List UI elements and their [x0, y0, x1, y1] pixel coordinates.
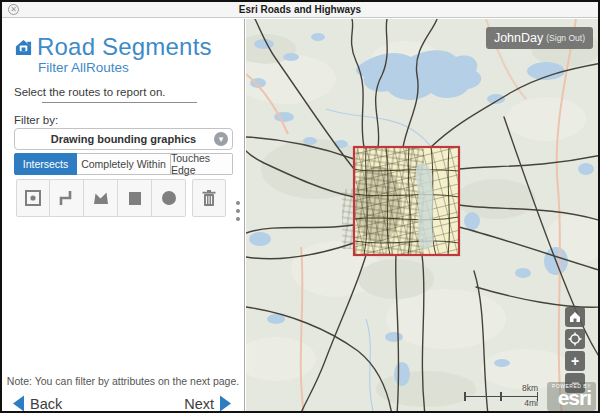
home-extent-button[interactable] — [565, 307, 585, 327]
panel-header: Road Segments — [14, 33, 212, 61]
filter-allroutes-link[interactable]: Filter AllRoutes — [38, 60, 129, 75]
filter-panel: Road Segments Filter AllRoutes Select th… — [2, 19, 245, 411]
instruction-text: Select the routes to report on. — [14, 86, 166, 98]
map-viewport[interactable]: JohnDay (Sign Out) + − — [246, 19, 598, 411]
esri-brand: esri — [558, 386, 591, 409]
panel-resize-handle[interactable] — [235, 197, 241, 225]
dropdown-value: Drawing bounding graphics — [51, 133, 196, 145]
rectangle-icon — [126, 189, 144, 207]
draw-polyline-button[interactable] — [50, 179, 84, 217]
basemap — [246, 19, 598, 411]
user-signout-button[interactable]: JohnDay (Sign Out) — [486, 27, 593, 49]
draw-circle-button[interactable] — [152, 179, 186, 217]
chevron-left-icon — [12, 395, 25, 412]
esri-logo: POWERED BY esri — [547, 382, 596, 411]
back-label: Back — [30, 396, 62, 412]
trash-icon — [200, 189, 218, 207]
user-name: JohnDay — [494, 31, 543, 45]
plus-icon: + — [571, 353, 579, 369]
scale-mi-label: 4mi — [524, 398, 538, 408]
locate-icon — [568, 332, 582, 346]
spatial-relation-tabs: Intersects Completely Within Touches Edg… — [14, 153, 233, 175]
filter-method-dropdown[interactable]: Drawing bounding graphics ▾ — [14, 128, 233, 150]
polyline-icon — [58, 189, 76, 207]
draw-polygon-button[interactable] — [84, 179, 118, 217]
title-bar: ✕ Esri Roads and Highways — [2, 2, 598, 18]
page-title: Road Segments — [37, 33, 212, 61]
locate-button[interactable] — [565, 329, 585, 349]
tab-completely-within[interactable]: Completely Within — [77, 153, 171, 175]
sign-out-label: (Sign Out) — [546, 33, 585, 43]
chevron-down-icon: ▾ — [214, 132, 228, 146]
point-icon — [24, 189, 42, 207]
zoom-in-button[interactable]: + — [565, 351, 585, 371]
home-icon — [569, 311, 581, 323]
polygon-icon — [92, 189, 110, 207]
app-window: ✕ Esri Roads and Highways Road Segments … — [0, 0, 600, 413]
filter-by-label: Filter by: — [14, 114, 58, 126]
window-title: Esri Roads and Highways — [2, 4, 598, 15]
back-button[interactable]: Back — [12, 395, 62, 412]
divider-line — [42, 102, 197, 103]
tab-intersects[interactable]: Intersects — [14, 153, 77, 175]
next-button[interactable]: Next — [184, 395, 232, 412]
draw-toolbar — [16, 179, 226, 217]
draw-rectangle-button[interactable] — [118, 179, 152, 217]
next-label: Next — [184, 396, 214, 412]
home-icon — [14, 38, 33, 57]
scale-bar: 8km 4mi — [464, 385, 538, 407]
clear-graphics-button[interactable] — [192, 179, 226, 217]
tab-touches-edge[interactable]: Touches Edge — [171, 153, 233, 175]
chevron-right-icon — [219, 395, 232, 412]
circle-icon — [160, 189, 178, 207]
draw-point-button[interactable] — [16, 179, 50, 217]
note-text: Note: You can filter by attributes on th… — [2, 375, 244, 387]
